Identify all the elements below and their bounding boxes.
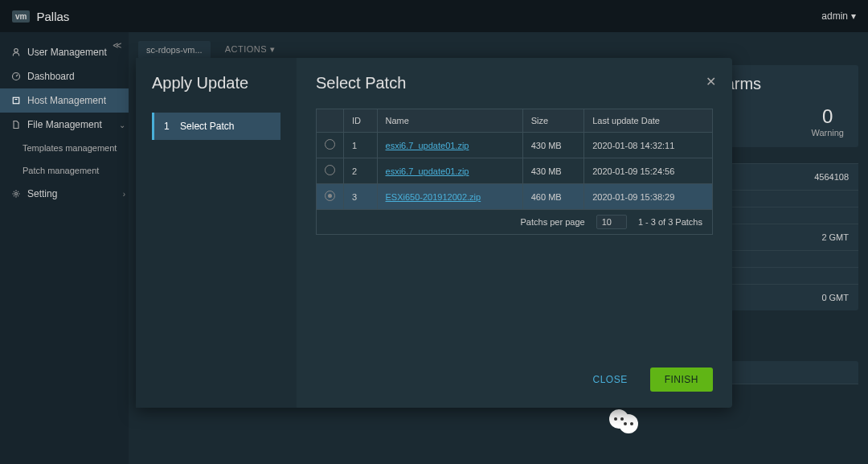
patch-table: ID Name Size Last update Date 1 esxi6.7_… — [316, 109, 713, 210]
pagination-range: 1 - 3 of 3 Patchs — [638, 217, 702, 227]
chevron-down-icon: ▾ — [851, 10, 856, 22]
patch-header-name[interactable]: Name — [377, 109, 522, 133]
radio-button[interactable] — [325, 165, 335, 175]
table-row[interactable]: 2 esxi6.7_update01.zip 430 MB 2020-01-09… — [317, 158, 713, 184]
modal-title: Select Patch — [316, 74, 713, 92]
user-name: admin — [821, 10, 848, 22]
table-footer: Patchs per page 10 1 - 3 of 3 Patchs — [316, 210, 713, 235]
patch-size: 430 MB — [522, 133, 583, 158]
apply-update-modal: Apply Update 1 Select Patch Select Patch… — [136, 58, 732, 408]
radio-button[interactable] — [325, 191, 335, 201]
patch-date: 2020-01-08 14:32:11 — [584, 133, 713, 158]
per-page-label: Patchs per page — [521, 217, 585, 227]
patch-header-select — [317, 109, 344, 133]
app-name: Pallas — [36, 10, 69, 23]
patch-id: 1 — [344, 133, 378, 158]
finish-button[interactable]: FINISH — [650, 368, 713, 392]
patch-header-id[interactable]: ID — [344, 109, 378, 133]
wizard-title: Apply Update — [152, 74, 280, 92]
table-row[interactable]: 3 ESXi650-201912002.zip 460 MB 2020-01-0… — [317, 184, 713, 210]
patch-date: 2020-01-09 15:38:29 — [584, 184, 713, 210]
patch-link[interactable]: esxi6.7_update01.zip — [386, 166, 469, 176]
wizard-step-number: 1 — [164, 121, 170, 132]
wizard-step-label: Select Patch — [180, 121, 234, 132]
wizard-step-select-patch[interactable]: 1 Select Patch — [152, 113, 280, 140]
table-row[interactable]: 1 esxi6.7_update01.zip 430 MB 2020-01-08… — [317, 133, 713, 158]
close-icon[interactable]: ✕ — [706, 74, 716, 89]
radio-button[interactable] — [325, 139, 335, 150]
patch-link[interactable]: esxi6.7_update01.zip — [386, 141, 469, 150]
patch-size: 430 MB — [522, 158, 583, 184]
patch-id: 3 — [344, 184, 378, 210]
patch-header-size[interactable]: Size — [522, 109, 583, 133]
patch-header-date[interactable]: Last update Date — [584, 109, 713, 133]
patch-date: 2020-01-09 15:24:56 — [584, 158, 713, 184]
patch-id: 2 — [344, 158, 378, 184]
user-menu[interactable]: admin ▾ — [821, 10, 856, 22]
logo: vm — [12, 10, 30, 23]
close-button[interactable]: CLOSE — [578, 368, 641, 392]
patch-size: 460 MB — [522, 184, 583, 210]
modal-overlay: Apply Update 1 Select Patch Select Patch… — [0, 32, 868, 464]
per-page-select[interactable]: 10 — [596, 215, 627, 229]
patch-link[interactable]: ESXi650-201912002.zip — [386, 192, 481, 202]
topbar: vm Pallas admin ▾ — [0, 0, 868, 32]
